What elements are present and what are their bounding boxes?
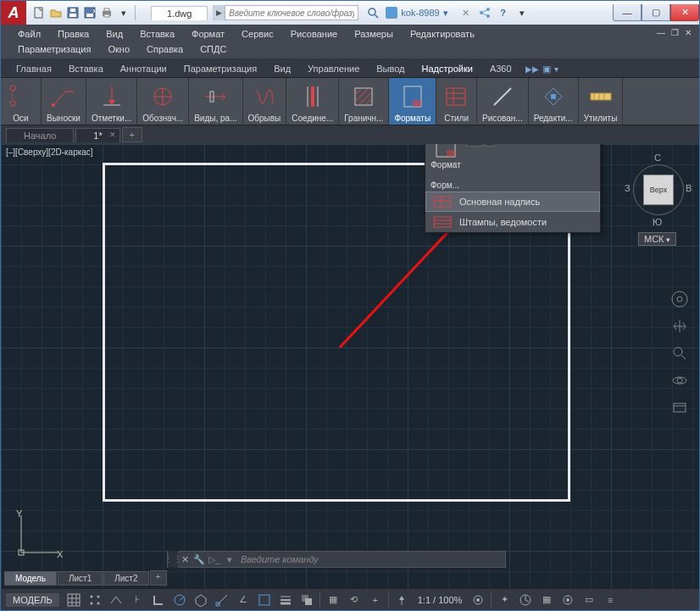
sbar-iso-icon[interactable] — [191, 591, 211, 609]
panel-symbol[interactable]: Обознач... — [137, 78, 189, 125]
nav-orbit-icon[interactable] — [669, 369, 691, 392]
panel-draw[interactable]: Рисован... — [477, 78, 529, 125]
panel-axes[interactable]: Оси — [1, 78, 42, 125]
signin[interactable]: kok-8989 ▾ — [386, 7, 447, 19]
ftab-add-button[interactable]: + — [122, 127, 142, 142]
dd-item-stamps[interactable]: Штампы, ведомости — [425, 212, 600, 232]
sbar-snap-icon[interactable] — [85, 591, 105, 609]
dd-stamp-icon[interactable] — [466, 144, 483, 147]
rtab-a360[interactable]: A360 — [481, 60, 520, 77]
panel-breaks[interactable]: Обрывы — [243, 78, 287, 125]
panel-edit[interactable]: Редакти... — [529, 78, 579, 125]
menu-dims[interactable]: Размеры — [346, 26, 402, 42]
dd-dropdown-icon[interactable]: ▼ — [485, 144, 495, 147]
cmd-close-icon[interactable]: ✕ — [178, 554, 192, 565]
sbar-annoscale-icon[interactable] — [392, 591, 412, 609]
menu-file[interactable]: Файл — [9, 26, 49, 42]
open-icon[interactable] — [48, 5, 64, 20]
sbar-lwt-icon[interactable] — [275, 591, 296, 609]
search-icon[interactable] — [365, 5, 381, 20]
viewcube-west[interactable]: З — [625, 183, 631, 193]
rtab-output[interactable]: Вывод — [368, 60, 413, 77]
menu-parametric[interactable]: Параметризация — [9, 42, 99, 57]
cmd-handle-icon[interactable]: ⋮⋮ — [168, 551, 178, 568]
dd-item-titleblock[interactable]: Основная надпись — [425, 192, 600, 212]
cmd-input[interactable]: Введите команду — [237, 554, 505, 564]
panel-views[interactable]: Виды, ра... — [189, 78, 242, 125]
sbar-hw-icon[interactable]: ▦ — [536, 591, 557, 609]
new-icon[interactable] — [31, 5, 47, 20]
sbar-ortho-icon[interactable] — [148, 591, 169, 609]
help-dropdown-icon[interactable]: ▾ — [514, 5, 530, 20]
save-icon[interactable] — [65, 5, 81, 20]
maximize-button[interactable]: ▢ — [642, 4, 670, 21]
panel-joins[interactable]: Соедине... — [286, 78, 339, 125]
ftab-close-icon[interactable]: ✕ — [109, 131, 116, 139]
sbar-polar-icon[interactable] — [169, 591, 190, 609]
nav-pan-icon[interactable] — [669, 315, 691, 337]
rtab-view[interactable]: Вид — [265, 60, 299, 77]
sbar-sc-icon[interactable]: ▦ — [323, 591, 343, 609]
sbar-clean-icon[interactable]: ▭ — [579, 591, 599, 609]
viewcube[interactable]: Верх С Ю В З МСК ▾ — [625, 149, 692, 251]
panel-styles[interactable]: Стили — [436, 78, 477, 125]
ucs-icon[interactable]: XY — [14, 508, 65, 559]
viewcube-east[interactable]: В — [686, 183, 692, 193]
menu-insert[interactable]: Вставка — [131, 26, 183, 42]
format-page-icon[interactable] — [434, 144, 458, 158]
qat-dropdown-icon[interactable]: ▾ — [116, 5, 131, 20]
document-tab[interactable]: 1.dwg — [151, 6, 208, 20]
sbar-otrack-icon[interactable] — [254, 591, 275, 609]
nav-zoom-icon[interactable] — [669, 342, 691, 364]
panel-leaders[interactable]: Выноски — [42, 78, 86, 125]
menu-modify[interactable]: Редактировать — [402, 26, 483, 42]
search-input[interactable] — [225, 5, 358, 20]
nav-wheel-icon[interactable] — [669, 288, 691, 310]
menu-window[interactable]: Окно — [99, 42, 138, 57]
saveas-icon[interactable] — [82, 5, 97, 20]
viewcube-wcs[interactable]: МСК ▾ — [638, 232, 676, 246]
sbar-dynamic-icon[interactable]: ⊦ — [127, 591, 147, 609]
sbar-annomonitor-icon[interactable]: + — [365, 591, 386, 609]
app-logo[interactable]: A — [1, 1, 26, 25]
panel-marks[interactable]: Отметки... — [86, 78, 137, 125]
rtab-annotate[interactable]: Аннотации — [112, 60, 175, 77]
canvas[interactable]: [–][Сверху][2D-каркас] Формат ▼ Форм... — [1, 144, 699, 588]
rtab-addins[interactable]: Надстройки — [414, 60, 481, 77]
ltab-model[interactable]: Модель — [4, 571, 57, 586]
sbar-grid-icon[interactable] — [64, 591, 84, 609]
sbar-gear-icon[interactable] — [468, 591, 488, 609]
exchange-icon[interactable]: ✕ — [458, 5, 474, 20]
sbar-model[interactable]: МОДЕЛЬ — [6, 593, 59, 607]
panel-formats[interactable]: Форматы — [389, 78, 436, 125]
rtab-parametric[interactable]: Параметризация — [175, 60, 265, 77]
viewcube-south[interactable]: Ю — [653, 217, 662, 227]
ltab-sheet2[interactable]: Лист2 — [103, 571, 148, 586]
rtab-insert[interactable]: Вставка — [60, 60, 112, 77]
commandline[interactable]: ⋮⋮ ✕ 🔧 ▷_ ▾ Введите команду — [167, 551, 506, 568]
ftab-doc1[interactable]: 1*✕ — [75, 128, 119, 142]
view-label[interactable]: [–][Сверху][2D-каркас] — [6, 147, 93, 157]
menu-tools[interactable]: Сервис — [233, 26, 282, 42]
viewcube-face[interactable]: Верх — [643, 175, 674, 205]
rtab-manage[interactable]: Управление — [299, 60, 368, 77]
menu-view[interactable]: Вид — [97, 26, 131, 42]
sbar-monitor-icon[interactable] — [515, 591, 536, 609]
sbar-infer-icon[interactable] — [106, 591, 126, 609]
viewcube-north[interactable]: С — [654, 153, 661, 163]
close-button[interactable]: ✕ — [670, 4, 699, 21]
panel-utils[interactable]: Утилиты — [579, 78, 624, 125]
nav-showmotion-icon[interactable] — [669, 397, 691, 419]
share-icon[interactable] — [477, 5, 492, 20]
sbar-isolate-icon[interactable] — [558, 591, 578, 609]
doc-restore-icon[interactable]: ❐ — [669, 26, 681, 38]
menu-format[interactable]: Формат — [183, 26, 233, 42]
ltab-add-button[interactable]: + — [150, 570, 167, 586]
sbar-transparency-icon[interactable] — [297, 591, 317, 609]
panel-hatch[interactable]: Граничн... — [339, 78, 389, 125]
sbar-custom-icon[interactable]: ≡ — [600, 591, 620, 609]
help-icon[interactable]: ? — [496, 5, 511, 20]
rtab-extra[interactable]: ▶▶ ▣ ▾ — [525, 60, 558, 77]
menu-draw[interactable]: Рисование — [282, 26, 346, 42]
sbar-ws-icon[interactable]: ✦ — [494, 591, 514, 609]
